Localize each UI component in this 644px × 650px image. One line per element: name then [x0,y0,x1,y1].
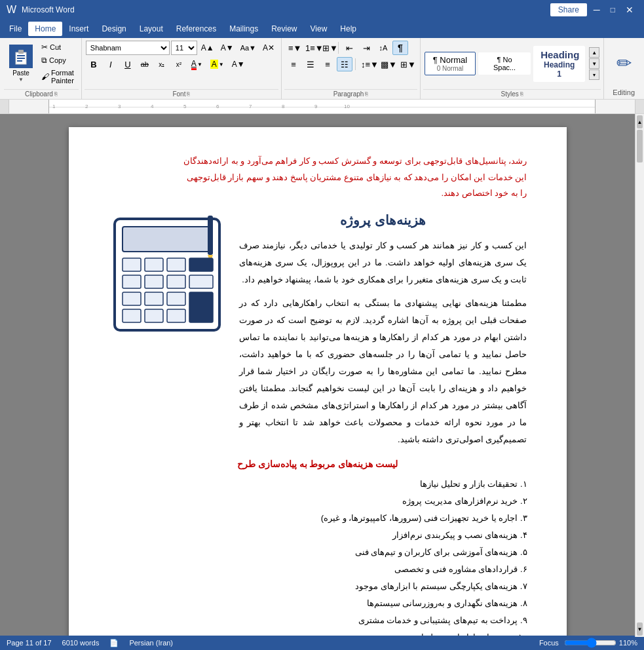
increase-indent-button[interactable]: ⇥ [358,41,374,55]
list-item: ۹. پرداخت به تیم‌های پشتیبانی و خدمات مش… [108,612,527,629]
zoom-slider[interactable]: 110% [564,638,637,648]
svg-rect-12 [189,258,213,271]
font-size-select[interactable]: 11 [171,41,197,55]
text-effect-button[interactable]: A▼ [229,57,248,71]
svg-rect-21 [123,309,141,322]
decrease-font-button[interactable]: A▼ [218,41,237,55]
align-right-button[interactable]: ≡ [320,57,335,71]
svg-rect-18 [145,292,163,305]
menu-layout[interactable]: Layout [133,22,170,36]
svg-rect-1 [18,50,24,54]
red-intro: رشد، پتانسیل‌های قابل‌توجهی برای توسعه و… [108,153,527,202]
svg-rect-17 [123,292,141,305]
line-spacing-button[interactable]: ↕≡▼ [358,57,377,71]
menu-review[interactable]: Review [265,22,303,36]
increase-font-button[interactable]: A▲ [199,41,217,55]
editing-icon: ✏ [616,52,632,74]
font-color-button[interactable]: A▼ [188,57,206,71]
clear-format-button[interactable]: A✕ [260,41,277,55]
ruler: 1 2 3 4 5 6 7 8 9 10 [48,100,596,113]
svg-rect-3 [17,58,25,59]
menu-design[interactable]: Design [95,22,132,36]
format-painter-button[interactable]: 🖌 Format Painter [39,68,76,85]
focus-button[interactable]: Focus [539,639,559,647]
language: Persian (Iran) [129,639,173,647]
style-normal[interactable]: ¶ Normal 0 Normal [425,52,476,75]
font-name-select[interactable]: Shabnam [86,41,170,55]
cut-button[interactable]: ✂ Cut [39,42,76,52]
align-left-button[interactable]: ≡ [286,57,301,71]
list-item: ۸. هزینه‌های نگهداری و به‌روزرسانی سیستم… [108,595,527,612]
svg-rect-6 [123,227,212,252]
scroll-thumb[interactable] [637,130,643,162]
style-no-spacing[interactable]: ¶ No Spac... [478,52,531,75]
share-button[interactable]: Share [550,3,587,16]
paragraph-label[interactable]: Paragraph ⎘ [284,89,417,99]
styles-expand[interactable]: ▾ [589,69,599,80]
shading-button[interactable]: ▩▼ [378,57,396,71]
borders-button[interactable]: ⊞▼ [398,57,416,71]
styles-label[interactable]: Styles ⎘ [423,89,601,99]
svg-rect-9 [123,258,141,271]
decrease-indent-button[interactable]: ⇤ [341,41,357,55]
menu-file[interactable]: File [3,22,28,36]
justify-button[interactable]: ☷ [337,57,352,71]
list-item: ۲. خرید نرم‌افزارهای مدیریت پروژه [108,493,527,510]
clipboard-label[interactable]: Clipboard ⎘ [4,89,79,99]
svg-rect-14 [145,275,163,288]
status-bar: Page 11 of 17 6010 words 📄 Persian (Iran… [0,636,644,650]
menu-insert[interactable]: Insert [62,22,95,36]
show-formatting-button[interactable]: ¶ [392,41,408,55]
document-page: رشد، پتانسیل‌های قابل‌توجهی برای توسعه و… [69,127,567,637]
svg-rect-7 [208,216,213,255]
copy-button[interactable]: ⧉ Copy [39,55,76,66]
sort-button[interactable]: ↕A [375,41,391,55]
font-label[interactable]: Font ⎘ [85,89,278,99]
paragraph-group: ≡▼ 1≡▼ ⊞▼ ⇤ ⇥ ↕A ¶ ≡ ☰ ≡ ☷ ↕≡▼ ▩▼ ⊞▼ Par… [282,38,421,99]
list-item: ۳. اجاره یا خرید تجهیزات فنی (سرورها، کا… [108,510,527,527]
svg-rect-23 [167,309,185,322]
superscript-button[interactable]: x² [171,57,187,71]
calculator-image [108,212,226,339]
body-paragraph-2: مطمئنا هزینه‌های نهایی پیشنهادی ما بستگی… [239,295,527,448]
zoom-range[interactable] [564,638,616,648]
strikethrough-button[interactable]: ab [137,57,153,71]
numbered-list: ۱. تحقیقات بازار و تحلیل نیازها ۲. خرید … [108,476,527,637]
clipboard-group: Paste ▼ ✂ Cut ⧉ Copy 🖌 Format Painter Cl [1,38,82,99]
word-icon: W [7,4,16,16]
styles-scroll-down[interactable]: ▼ [589,58,599,69]
svg-rect-10 [145,258,163,271]
numbering-button[interactable]: 1≡▼ [303,41,318,55]
menu-help[interactable]: Help [333,22,363,36]
change-case-button[interactable]: Aa▼ [238,41,259,55]
style-heading1[interactable]: Heading Heading 1 [533,46,585,82]
menu-mailings[interactable]: Mailings [223,22,265,36]
subscript-button[interactable]: x₂ [154,57,170,71]
editing-label: Editing [613,88,635,99]
italic-button[interactable]: I [103,57,119,71]
list-item: ۶. قراردادهای مشاوره فنی و تخصصی [108,561,527,578]
menu-references[interactable]: References [170,22,223,36]
close-button[interactable]: ✕ [622,5,637,15]
list-item: ۱. تحقیقات بازار و تحلیل نیازها [108,476,527,493]
editing-group: ✏ Editing [604,38,643,99]
styles-scroll-up[interactable]: ▲ [589,47,599,58]
align-center-button[interactable]: ☰ [303,57,318,71]
svg-rect-15 [167,275,185,288]
paste-button[interactable]: Paste ▼ [5,41,37,86]
menu-home[interactable]: Home [28,22,62,36]
minimize-button[interactable]: ─ [590,5,604,15]
list-item: ۷. هزینه‌های یکپارچگی سیستم با ابزارهای … [108,578,527,595]
multilevel-list-button[interactable]: ⊞▼ [320,41,335,55]
svg-rect-13 [123,275,141,288]
underline-button[interactable]: U [120,57,136,71]
menu-view[interactable]: View [304,22,334,36]
svg-rect-19 [167,292,185,305]
list-item: ۴. هزینه‌های نصب و پیکربندی نرم‌افزار [108,527,527,544]
bullets-button[interactable]: ≡▼ [286,41,301,55]
vertical-scrollbar[interactable]: ▲ ▼ [635,114,644,637]
bold-button[interactable]: B [86,57,102,71]
highlight-color-button[interactable]: A▼ [207,57,227,71]
section-heading: هزینه‌های پروژه [239,212,527,228]
maximize-button[interactable]: □ [607,5,619,14]
